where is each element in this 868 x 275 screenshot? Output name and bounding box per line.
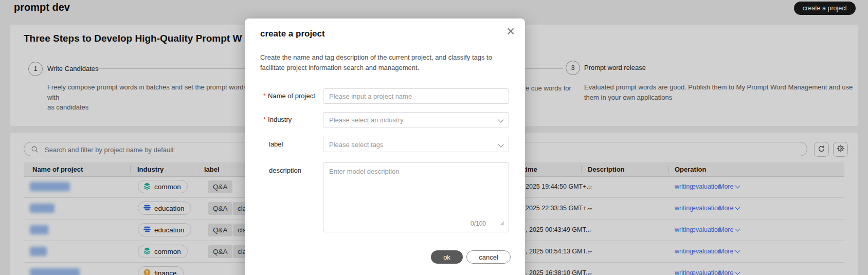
ok-button[interactable]: ok — [431, 250, 463, 264]
description-textarea-wrap: 0/100 — [323, 162, 509, 232]
description-field-label: description — [269, 167, 301, 174]
screen: prompt dev create a project Three Steps … — [0, 0, 868, 275]
description-textarea[interactable] — [323, 163, 509, 218]
close-icon: × — [507, 24, 515, 39]
create-project-modal: × create a project Create the name and t… — [245, 19, 525, 275]
industry-field-label: *Industry — [263, 116, 292, 123]
industry-select[interactable] — [323, 112, 509, 127]
label-select[interactable] — [323, 137, 509, 152]
cancel-button[interactable]: cancel — [466, 250, 511, 264]
modal-title: create a project — [260, 29, 325, 39]
name-field-label: *Name of project — [263, 92, 315, 100]
modal-close-button[interactable]: × — [504, 23, 517, 41]
resize-handle-icon[interactable] — [499, 218, 504, 228]
required-asterisk: * — [263, 116, 266, 123]
required-asterisk: * — [263, 92, 266, 100]
modal-description: Create the name and tag description of t… — [260, 52, 517, 72]
project-name-input[interactable] — [323, 88, 509, 104]
char-counter: 0/100 — [471, 220, 486, 227]
label-field-label: label — [269, 140, 283, 148]
